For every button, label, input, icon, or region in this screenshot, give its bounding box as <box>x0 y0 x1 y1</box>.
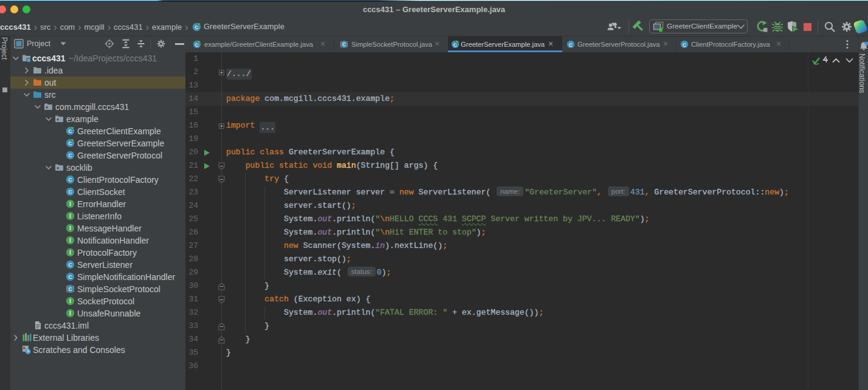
svg-text:I: I <box>69 213 72 219</box>
svg-text:I: I <box>69 310 72 316</box>
svg-text:I: I <box>69 200 72 207</box>
svg-text:C: C <box>68 262 72 268</box>
svg-text:C: C <box>68 274 72 280</box>
svg-text:C: C <box>342 41 346 47</box>
svg-text:I: I <box>69 298 72 304</box>
svg-text:I: I <box>69 225 72 231</box>
svg-text:C: C <box>68 152 72 159</box>
svg-text:C: C <box>68 286 72 292</box>
svg-text:C: C <box>683 42 687 48</box>
svg-text:I: I <box>69 237 72 244</box>
svg-text:C: C <box>68 177 72 183</box>
svg-text:C: C <box>68 189 72 195</box>
svg-text:C: C <box>569 42 573 48</box>
svg-text:I: I <box>69 249 72 256</box>
